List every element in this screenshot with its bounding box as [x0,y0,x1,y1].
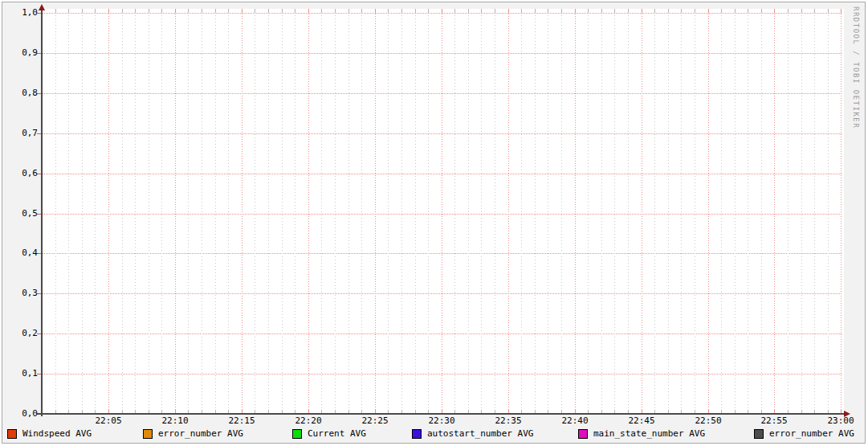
x-tick-label: 22:10 [151,415,199,427]
x-gridline-minor [681,9,682,414]
x-gridline-minor [228,9,229,414]
x-tick-label: 22:55 [750,415,798,427]
x-gridline-minor [628,9,629,414]
x-gridline-minor [68,9,69,414]
x-gridline-major [108,9,109,414]
y-gridline [43,214,842,215]
x-gridline-major [708,9,709,414]
x-gridline-minor [468,9,469,414]
x-gridline-minor [215,9,216,414]
x-gridline-minor [721,9,722,414]
x-gridline-minor [135,9,136,414]
x-gridline-minor [55,9,56,414]
x-gridline-minor [601,9,602,414]
rrdtool-graph: 0,00,10,20,30,40,50,60,70,80,91,022:0522… [2,2,866,444]
y-gridline [43,174,842,174]
x-gridline-minor [548,9,548,414]
x-tick-label: 22:30 [418,415,466,427]
x-gridline-minor [814,9,815,414]
y-tick-label: 1,0 [6,7,38,18]
y-tick-label: 0,7 [6,128,38,139]
x-gridline-major [642,9,642,414]
x-gridline-minor [561,9,562,414]
x-gridline-minor [654,9,655,414]
x-gridline-minor [735,9,736,414]
legend-label: autostart_number AVG [427,428,533,440]
x-gridline-major [375,9,376,414]
y-axis-line [41,9,43,416]
x-tick-label: 22:40 [551,415,599,427]
x-tick-label: 22:05 [84,415,132,427]
legend-label: error_number AVG [769,428,854,440]
y-gridline [43,133,842,134]
y-tick-label: 0,2 [6,328,38,339]
y-axis-arrow-icon [39,4,45,10]
y-gridline [43,333,842,334]
x-gridline-major [242,9,242,414]
legend-swatch-icon [412,429,422,439]
x-gridline-minor [255,9,255,414]
x-gridline-minor [535,9,536,414]
x-gridline-minor [161,9,162,414]
x-gridline-major [841,9,842,414]
x-gridline-minor [268,9,269,414]
x-gridline-minor [295,9,295,414]
x-tick-label: 22:15 [218,415,266,427]
x-tick-label: 22:25 [351,415,399,427]
x-gridline-minor [415,9,416,414]
watermark: RRDTOOL / TOBI OETIKER [852,6,860,129]
x-gridline-minor [361,9,362,414]
x-gridline-minor [188,9,189,414]
x-gridline-minor [495,9,495,414]
x-gridline-minor [122,9,123,414]
x-gridline-minor [82,9,83,414]
x-gridline-minor [335,9,336,414]
y-gridline [43,93,842,94]
x-gridline-minor [748,9,748,414]
x-gridline-minor [695,9,695,414]
x-gridline-minor [454,9,455,414]
x-tick-label: 22:35 [484,415,532,427]
legend-label: Windspeed AVG [22,428,92,440]
y-tick-label: 0,6 [6,168,38,179]
x-gridline-minor [614,9,615,414]
legend-swatch-icon [292,429,302,439]
legend-swatch-icon [143,429,153,439]
legend-swatch-icon [7,429,17,439]
legend-swatch-icon [754,429,764,439]
x-gridline-minor [388,9,389,414]
x-tick-label: 22:20 [284,415,332,427]
legend-swatch-icon [578,429,588,439]
y-tick-label: 0,1 [6,368,38,379]
plot-area [43,9,844,414]
x-gridline-minor [95,9,96,414]
x-gridline-minor [348,9,349,414]
y-tick-label: 0,3 [6,288,38,299]
x-gridline-minor [521,9,522,414]
y-tick-label: 0,9 [6,47,38,59]
x-gridline-minor [801,9,802,414]
x-gridline-major [508,9,509,414]
x-gridline-minor [588,9,589,414]
y-gridline [43,253,842,254]
y-tick-label: 0,5 [6,208,38,219]
legend-label: error_number AVG [158,428,243,440]
y-tick-label: 0,0 [6,408,38,419]
y-tick-label: 0,8 [6,88,38,99]
legend-label: main_state_number AVG [593,428,705,440]
legend-label: Current AVG [308,428,366,440]
y-tick-label: 0,4 [6,248,38,259]
legend: Windspeed AVGerror_number AVGCurrent AVG… [2,428,865,441]
y-gridline [43,13,842,14]
x-gridline-minor [481,9,482,414]
x-gridline-major [774,9,775,414]
y-gridline [43,53,842,54]
x-gridline-major [175,9,176,414]
x-gridline-major [308,9,309,414]
x-gridline-minor [788,9,789,414]
x-gridline-minor [321,9,322,414]
x-gridline-minor [828,9,829,414]
y-gridline [43,374,842,374]
x-gridline-minor [761,9,762,414]
x-gridline-major [575,9,576,414]
